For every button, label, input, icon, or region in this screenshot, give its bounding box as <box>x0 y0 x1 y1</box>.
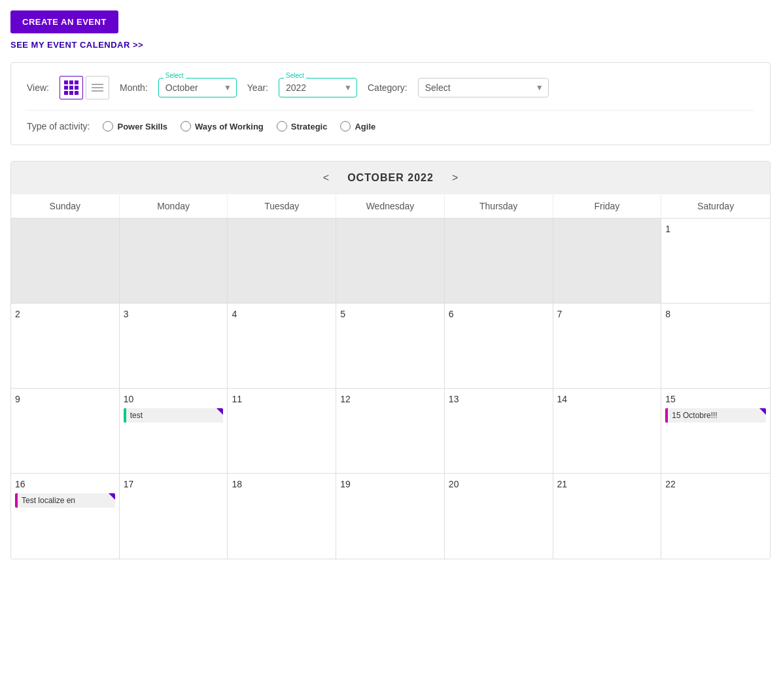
prev-month-button[interactable]: < <box>318 171 334 185</box>
list-view-button[interactable] <box>86 76 109 99</box>
grid-icon <box>64 80 78 95</box>
year-select[interactable]: 202020212022 20232024 <box>279 78 357 97</box>
day-header-saturday: Saturday <box>661 194 770 218</box>
calendar-cell-12[interactable]: 12 <box>336 389 445 474</box>
day-number: 4 <box>232 309 332 319</box>
day-header-wednesday: Wednesday <box>336 194 445 218</box>
day-number: 5 <box>340 309 440 319</box>
category-dropdown-wrap: Select ▼ <box>418 78 549 97</box>
day-number: 17 <box>124 479 224 489</box>
day-number: 8 <box>665 309 766 319</box>
calendar-cell-14[interactable]: 14 <box>553 389 662 474</box>
filter-divider <box>27 110 754 111</box>
next-month-button[interactable]: > <box>447 171 463 185</box>
calendar-cell-9[interactable]: 9 <box>11 389 120 474</box>
grid-view-button[interactable] <box>60 76 83 99</box>
day-number: 9 <box>15 394 115 404</box>
day-number: 6 <box>449 309 549 319</box>
see-calendar-link[interactable]: SEE MY EVENT CALENDAR >> <box>10 40 143 50</box>
category-select[interactable]: Select <box>418 78 549 97</box>
calendar-cell-16[interactable]: 16Test localize en <box>11 474 120 559</box>
filter-panel: View: Month: Select JanuaryFebruaryMarch… <box>10 62 771 145</box>
activity-ways-of-working[interactable]: Ways of Working <box>181 121 264 131</box>
activity-power-skills[interactable]: Power Skills <box>103 121 167 131</box>
calendar-cell-8[interactable]: 8 <box>661 304 770 389</box>
activity-radio-ways-of-working[interactable] <box>181 121 191 131</box>
activity-radio-power-skills[interactable] <box>103 121 113 131</box>
activity-power-skills-label: Power Skills <box>117 122 167 131</box>
activity-agile[interactable]: Agile <box>340 121 375 131</box>
event-corner-icon <box>759 408 766 415</box>
day-number: 7 <box>557 309 657 319</box>
calendar-cell-empty-0-0[interactable] <box>11 219 120 304</box>
create-event-button[interactable]: CREATE AN EVENT <box>10 10 118 33</box>
day-number: 19 <box>340 479 440 489</box>
day-number: 16 <box>15 479 115 489</box>
activity-row: Type of activity: Power Skills Ways of W… <box>27 121 754 131</box>
day-header-sunday: Sunday <box>11 194 120 218</box>
activity-radio-strategic[interactable] <box>277 121 287 131</box>
day-header-tuesday: Tuesday <box>228 194 336 218</box>
year-dropdown-wrap: Select 202020212022 20232024 ▼ <box>279 78 357 97</box>
event-item[interactable]: test <box>124 408 224 423</box>
calendar-cell-empty-0-4[interactable] <box>445 219 553 304</box>
calendar-cell-4[interactable]: 4 <box>228 304 336 389</box>
calendar-cell-13[interactable]: 13 <box>445 389 553 474</box>
day-header-monday: Monday <box>120 194 228 218</box>
list-icon <box>92 84 103 92</box>
calendar-cell-18[interactable]: 18 <box>228 474 336 559</box>
calendar-cell-empty-0-3[interactable] <box>336 219 445 304</box>
day-number: 3 <box>124 309 224 319</box>
calendar-cell-empty-0-2[interactable] <box>228 219 336 304</box>
view-label: View: <box>27 82 49 93</box>
day-number: 11 <box>232 394 332 404</box>
view-toggle <box>60 76 109 99</box>
activity-agile-label: Agile <box>355 122 375 131</box>
day-number: 22 <box>665 479 766 489</box>
activity-label: Type of activity: <box>27 121 90 131</box>
activity-ways-of-working-label: Ways of Working <box>195 122 264 131</box>
calendar-cell-11[interactable]: 11 <box>228 389 336 474</box>
event-text: 15 Octobre!!! <box>668 408 766 423</box>
day-number: 14 <box>557 394 657 404</box>
category-label: Category: <box>368 82 408 93</box>
day-headers: Sunday Monday Tuesday Wednesday Thursday… <box>11 194 770 219</box>
calendar-cell-7[interactable]: 7 <box>553 304 662 389</box>
day-header-friday: Friday <box>553 194 662 218</box>
calendar-cell-empty-0-1[interactable] <box>120 219 228 304</box>
calendar-title: OCTOBER 2022 <box>347 172 434 184</box>
day-number: 21 <box>557 479 657 489</box>
event-corner-icon <box>217 408 223 415</box>
calendar-cell-1[interactable]: 1 <box>661 219 770 304</box>
day-number: 2 <box>15 309 115 319</box>
calendar-cell-21[interactable]: 21 <box>553 474 662 559</box>
event-item[interactable]: Test localize en <box>15 493 115 508</box>
calendar-cell-empty-0-5[interactable] <box>553 219 662 304</box>
calendar-cell-20[interactable]: 20 <box>445 474 553 559</box>
day-number: 1 <box>665 224 766 234</box>
event-text: Test localize en <box>18 493 115 508</box>
calendar-cell-17[interactable]: 17 <box>120 474 228 559</box>
year-label: Year: <box>247 82 268 93</box>
month-select[interactable]: JanuaryFebruaryMarch AprilMayJune JulyAu… <box>158 78 237 97</box>
day-number: 15 <box>665 394 766 404</box>
day-number: 13 <box>449 394 549 404</box>
activity-radio-agile[interactable] <box>340 121 351 131</box>
calendar-cell-22[interactable]: 22 <box>661 474 770 559</box>
calendar-cell-15[interactable]: 1515 Octobre!!! <box>661 389 770 474</box>
activity-strategic-label: Strategic <box>291 122 328 131</box>
calendar-cell-10[interactable]: 10test <box>120 389 228 474</box>
calendar-cell-6[interactable]: 6 <box>445 304 553 389</box>
activity-strategic[interactable]: Strategic <box>277 121 328 131</box>
month-label: Month: <box>120 82 148 93</box>
calendar-cell-3[interactable]: 3 <box>120 304 228 389</box>
event-item[interactable]: 15 Octobre!!! <box>665 408 766 423</box>
year-select-label: Select <box>284 72 306 79</box>
calendar-header: < OCTOBER 2022 > <box>11 162 770 194</box>
calendar-cell-19[interactable]: 19 <box>336 474 445 559</box>
day-number: 10 <box>124 394 224 404</box>
month-select-label: Select <box>164 72 186 79</box>
day-header-thursday: Thursday <box>445 194 553 218</box>
calendar-cell-5[interactable]: 5 <box>336 304 445 389</box>
calendar-cell-2[interactable]: 2 <box>11 304 120 389</box>
